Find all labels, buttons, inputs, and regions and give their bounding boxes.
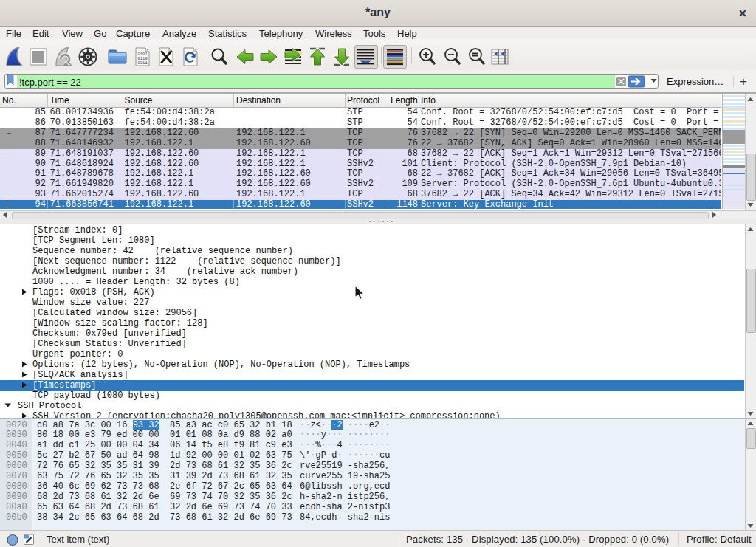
svg-text:0011: 0011: [138, 61, 148, 66]
